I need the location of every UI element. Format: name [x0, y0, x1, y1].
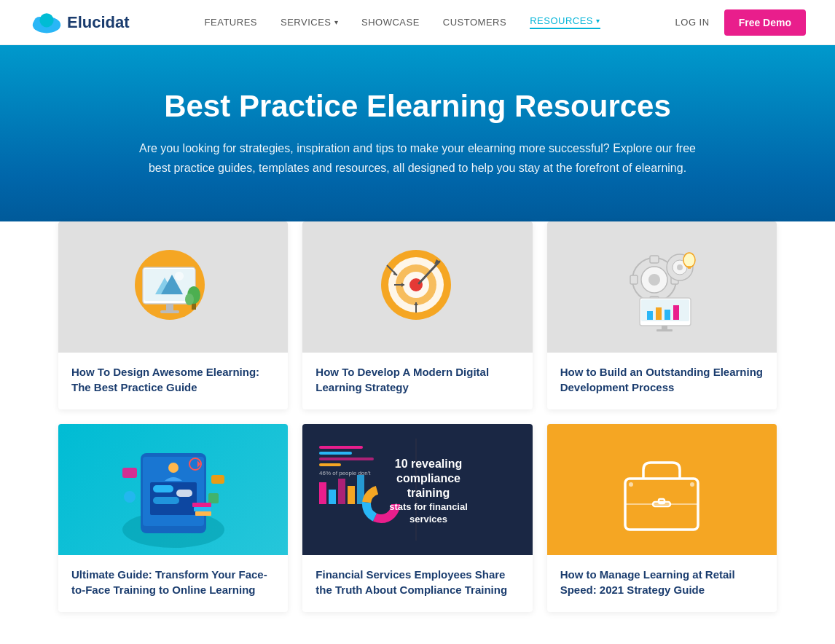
svg-rect-76: [348, 486, 355, 504]
svg-point-3: [39, 13, 53, 27]
svg-rect-46: [673, 305, 679, 320]
card-2-image: [302, 221, 532, 353]
svg-rect-58: [211, 475, 224, 484]
card-1-title: How To Design Awesome Elearning: The Bes…: [71, 364, 275, 395]
card-4-body: Ultimate Guide: Transform Your Face-to-F…: [58, 555, 288, 612]
card-face-to-face[interactable]: Ultimate Guide: Transform Your Face-to-F…: [58, 424, 288, 612]
svg-point-14: [185, 294, 194, 305]
main-nav: FEATURES SERVICES ▾ SHOWCASE CUSTOMERS R…: [205, 15, 600, 29]
card-3-title: How to Build an Outstanding Elearning De…: [560, 364, 764, 395]
nav-resources[interactable]: RESOURCES ▾: [530, 15, 600, 29]
card-3-body: How to Build an Outstanding Elearning De…: [547, 353, 777, 409]
card-5-body: Financial Services Employees Share the T…: [302, 555, 532, 612]
svg-rect-69: [319, 452, 352, 455]
svg-rect-43: [647, 311, 653, 320]
svg-rect-75: [338, 479, 345, 504]
svg-point-30: [648, 274, 660, 286]
logo-text: Elucidat: [67, 13, 130, 32]
svg-point-37: [677, 264, 683, 270]
card-design-elearning[interactable]: How To Design Awesome Elearning: The Bes…: [58, 221, 288, 409]
svg-rect-10: [166, 304, 173, 311]
nav-showcase[interactable]: SHOWCASE: [361, 17, 420, 28]
svg-rect-73: [319, 482, 326, 504]
hero-description: Are you looking for strategies, inspirat…: [133, 138, 702, 178]
svg-rect-63: [195, 511, 211, 516]
svg-rect-70: [319, 458, 374, 460]
cards-grid: How To Design Awesome Elearning: The Bes…: [58, 221, 777, 612]
card-3-image: [547, 221, 777, 353]
hero-title: Best Practice Elearning Resources: [29, 89, 806, 124]
login-button[interactable]: LOG IN: [675, 17, 710, 28]
free-demo-button[interactable]: Free Demo: [724, 9, 806, 36]
svg-rect-48: [656, 329, 673, 331]
svg-text:services: services: [409, 514, 447, 525]
header-actions: LOG IN Free Demo: [675, 9, 806, 36]
card-4-title: Ultimate Guide: Transform Your Face-to-F…: [71, 567, 275, 597]
card-6-image: [547, 424, 777, 555]
card-compliance-training[interactable]: 46% of people don't 10 revealing comp: [302, 424, 532, 612]
resources-cards-section: How To Design Awesome Elearning: The Bes…: [0, 221, 835, 644]
card-5-image: 46% of people don't 10 revealing comp: [302, 424, 532, 555]
svg-rect-45: [665, 310, 670, 320]
svg-rect-33: [630, 275, 638, 284]
svg-point-92: [690, 482, 694, 487]
svg-rect-65: [192, 503, 211, 507]
svg-point-56: [168, 463, 179, 473]
svg-rect-54: [176, 490, 192, 497]
nav-features[interactable]: FEATURES: [205, 17, 257, 28]
nav-services[interactable]: SERVICES ▾: [281, 17, 338, 28]
svg-point-38: [683, 253, 695, 267]
svg-rect-31: [650, 256, 659, 263]
card-1-image: [58, 221, 288, 353]
svg-rect-53: [153, 485, 173, 492]
svg-rect-71: [319, 463, 341, 466]
svg-rect-74: [329, 490, 336, 504]
card-6-title: How to Manage Learning at Retail Speed: …: [560, 567, 764, 597]
svg-point-59: [124, 491, 136, 503]
card-6-body: How to Manage Learning at Retail Speed: …: [547, 555, 777, 612]
logo[interactable]: Elucidat: [29, 11, 130, 34]
svg-rect-57: [122, 468, 137, 478]
card-1-body: How To Design Awesome Elearning: The Bes…: [58, 353, 288, 409]
svg-text:compliance: compliance: [396, 472, 460, 484]
svg-rect-44: [656, 307, 662, 320]
svg-point-91: [629, 482, 633, 487]
svg-text:stats for financial: stats for financial: [389, 501, 468, 512]
services-chevron-icon: ▾: [334, 18, 339, 26]
card-5-title: Financial Services Employees Share the T…: [315, 567, 519, 597]
svg-rect-68: [319, 446, 363, 449]
svg-text:10 revealing: 10 revealing: [395, 458, 463, 470]
svg-rect-60: [208, 493, 219, 503]
card-4-image: [58, 424, 288, 555]
svg-rect-11: [160, 310, 179, 313]
card-2-body: How To Develop A Modern Digital Learning…: [302, 353, 532, 409]
svg-rect-55: [153, 497, 179, 504]
card-elearning-process[interactable]: How to Build an Outstanding Elearning De…: [547, 221, 777, 409]
main-header: Elucidat FEATURES SERVICES ▾ SHOWCASE CU…: [0, 0, 835, 45]
card-retail-learning[interactable]: How to Manage Learning at Retail Speed: …: [547, 424, 777, 612]
nav-customers[interactable]: CUSTOMERS: [443, 17, 506, 28]
card-digital-learning[interactable]: How To Develop A Modern Digital Learning…: [302, 221, 532, 409]
card-2-title: How To Develop A Modern Digital Learning…: [315, 364, 519, 395]
svg-rect-64: [194, 507, 211, 511]
svg-point-9: [175, 272, 184, 280]
svg-text:training: training: [407, 487, 450, 499]
resources-chevron-icon: ▾: [596, 17, 600, 25]
